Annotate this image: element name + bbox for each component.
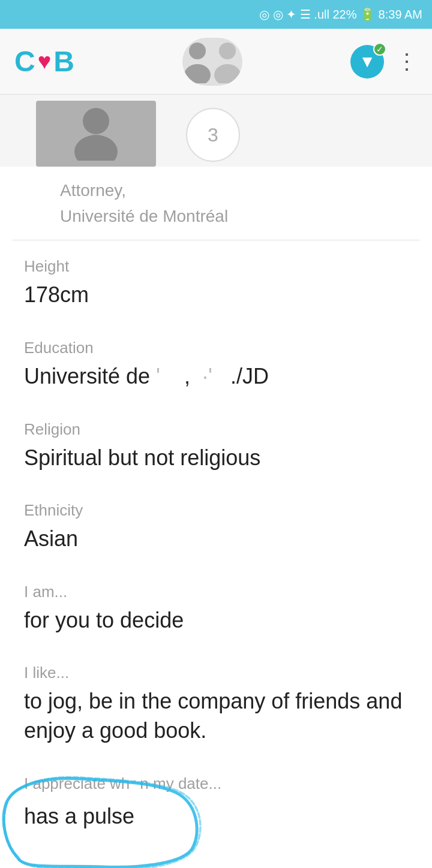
job-title: Attorney,	[60, 179, 408, 202]
svg-point-0	[189, 43, 206, 59]
religion-label: Religion	[24, 420, 408, 439]
svg-point-4	[83, 108, 109, 134]
ethnicity-value: Asian	[24, 525, 408, 554]
person-silhouette	[72, 107, 120, 161]
status-icons: ◎ ◎ ✦ ☰ .ull 22% 🔋 8:39 AM	[259, 7, 422, 22]
i-am-row: I am... for you to decide	[24, 566, 408, 647]
university-name: Université de Montréal	[60, 204, 408, 228]
profile-badge-number: 3	[208, 124, 218, 146]
app-logo: C ♥ B	[14, 45, 74, 78]
education-value: Université de ' , ·' ./JD	[24, 362, 408, 391]
nav-avatar	[182, 38, 242, 86]
appreciate-value-container: has a pulse	[24, 798, 134, 835]
status-icons-text: ◎ ◎ ✦ ☰ .ull 22% 🔋 8:39 AM	[259, 7, 422, 22]
job-info: Attorney, Université de Montréal	[60, 179, 408, 228]
i-am-label: I am...	[24, 583, 408, 601]
svg-point-5	[74, 135, 118, 161]
profile-details: Height 178cm Education Université de ' ,…	[0, 240, 432, 757]
profile-photo-area: 3	[0, 95, 432, 167]
i-like-row: I like... to jog, be in the company of f…	[24, 647, 408, 757]
svg-point-3	[214, 64, 241, 83]
nav-center-avatar	[182, 38, 242, 86]
i-like-value: to jog, be in the company of friends and…	[24, 687, 408, 745]
logo-heart-icon: ♥	[38, 49, 52, 74]
filter-check-icon: ✓	[376, 44, 383, 54]
time-display: 8:39 AM	[379, 8, 422, 21]
height-label: Height	[24, 257, 408, 276]
filter-icon: ▼	[359, 52, 376, 71]
ethnicity-label: Ethnicity	[24, 501, 408, 520]
appreciate-value: has a pulse	[24, 804, 134, 829]
avatar-left-icon	[182, 40, 212, 83]
religion-value: Spiritual but not religious	[24, 444, 408, 473]
appreciate-label: I appreciate wh⌃n my date...	[24, 774, 408, 793]
svg-point-2	[219, 43, 236, 59]
education-label: Education	[24, 339, 408, 357]
ethnicity-row: Ethnicity Asian	[24, 484, 408, 566]
avatar-right-icon	[212, 40, 242, 83]
height-row: Height 178cm	[24, 240, 408, 322]
status-bar: ◎ ◎ ✦ ☰ .ull 22% 🔋 8:39 AM	[0, 0, 432, 29]
religion-row: Religion Spiritual but not religious	[24, 403, 408, 485]
height-value: 178cm	[24, 281, 408, 310]
profile-header-info: Attorney, Université de Montréal	[0, 167, 432, 228]
filter-active-badge: ✓	[373, 43, 386, 56]
profile-content: Attorney, Université de Montréal Height …	[0, 167, 432, 859]
more-options-button[interactable]: ⋮	[396, 51, 418, 73]
i-am-value: for you to decide	[24, 606, 408, 635]
logo-b: B	[53, 45, 74, 78]
profile-photo-stub	[36, 101, 156, 167]
top-nav: C ♥ B ▼ ✓ ⋮	[0, 29, 432, 95]
profile-name-badge: 3	[186, 108, 240, 162]
nav-right-actions: ▼ ✓ ⋮	[350, 45, 418, 79]
filter-button[interactable]: ▼ ✓	[350, 45, 384, 79]
logo-c: C	[14, 45, 35, 78]
i-like-label: I like...	[24, 664, 408, 682]
education-row: Education Université de ' , ·' ./JD	[24, 322, 408, 403]
appreciate-section: I appreciate wh⌃n my date... has a pulse	[0, 758, 432, 859]
svg-point-1	[184, 64, 211, 83]
